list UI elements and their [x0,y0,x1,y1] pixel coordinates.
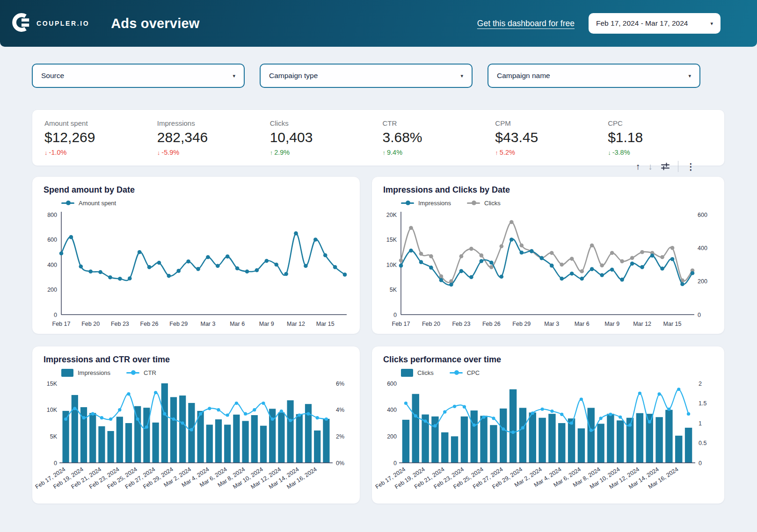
chevron-down-icon: ▾ [460,73,463,79]
line-series [399,220,695,283]
kpi-cpm: CPM $43.45 ↑ 5.2% [495,119,608,156]
chart-canvas: 0200400600800Feb 17Feb 20Feb 23Feb 26Feb… [47,212,347,328]
svg-text:5K: 5K [390,287,397,293]
trend-up-icon: ↑ [495,149,498,156]
kpi-impressions: Impressions 282,346 ↓ -5.9% [157,119,270,156]
svg-text:5K: 5K [50,433,58,440]
svg-text:Mar 9: Mar 9 [259,321,274,327]
svg-text:0: 0 [393,460,397,467]
chart-canvas: 05K10K15K0%2%4%6%Feb 17, 2024Feb 19, 202… [34,381,344,490]
legend-bar-swatch [61,369,73,377]
svg-text:Mar 9: Mar 9 [604,321,619,327]
filter-campaign-name[interactable]: Campaign name ▾ [488,64,700,88]
chart-card-impressions-ctr: Impressions and CTR over time Impression… [32,346,360,504]
legend-label: CPC [467,369,480,376]
legend-item: Impressions [401,200,451,207]
svg-text:Feb 26: Feb 26 [482,321,501,327]
kpi-delta-value: -3.8% [612,149,630,156]
svg-text:Mar 15: Mar 15 [663,321,682,327]
svg-text:600: 600 [387,381,397,387]
kpi-ctr: CTR 3.68% ↑ 9.4% [382,119,495,156]
kpi-delta: ↑ 9.4% [382,149,495,156]
chart-title: Clicks performance over time [383,355,717,365]
trend-down-icon: ↓ [608,149,611,156]
svg-text:Mar 3: Mar 3 [200,321,215,327]
svg-text:10K: 10K [47,407,58,413]
legend-line-swatch [401,202,414,204]
legend-label: Impressions [78,369,110,376]
filter-source[interactable]: Source ▾ [32,64,245,88]
svg-text:15K: 15K [47,381,58,387]
legend-line-swatch [126,372,139,374]
svg-text:Mar 6: Mar 6 [575,321,590,327]
legend-item: CTR [126,369,156,376]
svg-text:Mar 15: Mar 15 [316,321,335,327]
chart-canvas: 020040060000.511.52Feb 17, 2024Feb 19, 2… [374,381,707,490]
trend-down-icon: ↓ [44,149,48,156]
kpi-delta: ↓ -3.8% [608,149,721,156]
chart-legend: ClicksCPC [401,368,717,377]
app-header: COUPLER.IO Ads overview Get this dashboa… [0,0,757,47]
filter-campaign-type[interactable]: Campaign type ▾ [260,64,473,88]
bar-series [402,389,692,463]
svg-text:600: 600 [698,212,707,218]
legend-line-swatch [450,372,463,374]
get-dashboard-link[interactable]: Get this dashboard for free [477,19,575,29]
svg-text:400: 400 [47,262,57,268]
chevron-down-icon: ▾ [233,73,235,79]
chart-title: Spend amount by Date [44,185,352,195]
svg-text:6%: 6% [336,381,344,387]
arrow-down-icon[interactable]: ↓ [648,162,653,171]
kpi-label: Clicks [270,119,383,127]
kpi-label: Amount spent [44,119,157,127]
kpi-cpc: CPC $1.18 ↓ -3.8% [608,119,721,156]
svg-text:1.5: 1.5 [699,400,706,407]
legend-item: Clicks [467,200,501,207]
svg-text:200: 200 [698,278,707,285]
svg-text:Feb 23: Feb 23 [111,321,129,327]
svg-text:Feb 29: Feb 29 [512,321,531,327]
kpi-delta-value: -5.9% [161,149,179,156]
kpi-value: $12,269 [44,129,157,145]
filter-bar: Source ▾ Campaign type ▾ Campaign name ▾ [32,64,700,88]
svg-text:Feb 29: Feb 29 [169,321,188,327]
date-range-picker[interactable]: Feb 17, 2024 - Mar 17, 2024 ▾ [589,13,721,34]
tune-filters-icon[interactable] [661,162,670,171]
kpi-label: CPM [495,119,608,127]
svg-text:Feb 26: Feb 26 [140,321,159,327]
chart-title: Impressions and Clicks by Date [383,185,717,195]
svg-text:0%: 0% [336,460,344,467]
clicks-cpc-combo-chart: 020040060000.511.52Feb 17, 2024Feb 19, 2… [379,379,718,503]
kpi-label: CPC [608,119,721,127]
svg-text:Feb 23: Feb 23 [452,321,470,327]
legend-line-swatch [467,202,480,204]
svg-text:Mar 6: Mar 6 [230,321,245,327]
arrow-up-icon[interactable]: ↑ [636,162,641,171]
chart-legend: Amount spent [61,199,352,207]
kpi-delta: ↓ -5.9% [157,149,270,156]
kebab-menu-icon[interactable]: ⋮ [686,162,695,171]
chart-card-clicks-performance: Clicks performance over time ClicksCPC 0… [371,346,725,504]
kpi-delta: ↓ -1.0% [44,149,157,156]
svg-text:400: 400 [698,245,707,252]
legend-item: CPC [450,369,480,376]
legend-item: Impressions [61,369,110,377]
chevron-down-icon: ▾ [710,21,713,26]
page-title: Ads overview [111,16,199,31]
svg-text:2%: 2% [336,433,344,440]
legend-item: Clicks [401,369,434,377]
trend-up-icon: ↑ [270,149,273,156]
legend-label: Impressions [418,200,451,207]
svg-text:Mar 12: Mar 12 [287,321,305,327]
kpi-label: CTR [382,119,495,127]
svg-text:Feb 17: Feb 17 [392,321,410,327]
spend-by-date-line-chart: 0200400600800Feb 17Feb 20Feb 23Feb 26Feb… [40,209,353,332]
legend-line-swatch [61,202,74,204]
filter-label: Campaign type [269,72,318,80]
impressions-ctr-combo-chart: 05K10K15K0%2%4%6%Feb 17, 2024Feb 19, 202… [40,379,353,503]
svg-text:4%: 4% [336,407,344,413]
filter-label: Source [41,72,64,80]
svg-text:20K: 20K [386,212,397,218]
coupler-logo-icon [11,12,31,35]
kpi-clicks: Clicks 10,403 ↑ 2.9% [270,119,383,156]
